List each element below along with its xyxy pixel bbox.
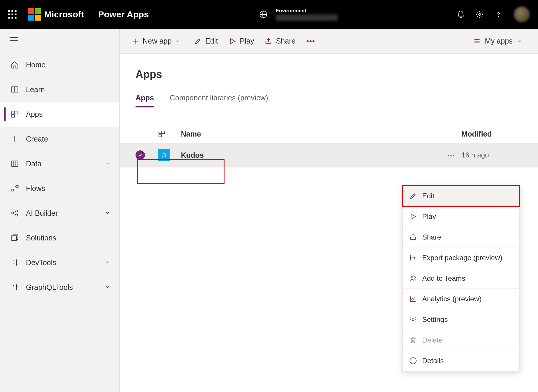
- sidebar-item-solutions[interactable]: Solutions: [0, 225, 119, 250]
- row-more-button[interactable]: [441, 152, 461, 158]
- content-area: Apps Apps Component libraries (preview) …: [120, 54, 538, 392]
- sidebar-item-label: Data: [26, 160, 42, 168]
- ctx-play[interactable]: Play: [403, 206, 519, 227]
- sidebar-item-label: Home: [26, 61, 46, 69]
- chevron-down-icon: [105, 209, 110, 217]
- column-type-icon[interactable]: [158, 130, 181, 138]
- ai-icon: [10, 208, 19, 218]
- ctx-analytics[interactable]: Analytics (preview): [403, 289, 519, 309]
- svg-rect-7: [11, 189, 13, 191]
- svg-point-19: [448, 155, 449, 156]
- svg-point-9: [12, 212, 14, 214]
- sidebar-item-label: Learn: [26, 85, 45, 94]
- ctx-settings[interactable]: Settings: [403, 309, 519, 330]
- environment-label: Environment: [276, 8, 338, 14]
- waffle-icon[interactable]: [8, 10, 16, 19]
- help-icon[interactable]: [489, 5, 508, 24]
- sidebar-item-learn[interactable]: Learn: [0, 77, 119, 102]
- context-menu: Edit Play Share Export package (preview)…: [402, 185, 520, 371]
- tab-apps[interactable]: Apps: [136, 94, 154, 107]
- sidebar-item-label: GraphQLTools: [26, 283, 73, 292]
- view-switcher[interactable]: My apps: [473, 37, 526, 45]
- svg-rect-4: [15, 111, 18, 114]
- tab-strip: Apps Component libraries (preview): [136, 94, 538, 107]
- ctx-edit[interactable]: Edit: [403, 186, 519, 206]
- share-label: Share: [276, 37, 296, 45]
- svg-rect-8: [16, 186, 18, 188]
- bell-icon[interactable]: [451, 5, 470, 24]
- sidebar-item-label: Solutions: [26, 234, 56, 242]
- global-header: Microsoft Power Apps Environment: [0, 0, 538, 29]
- svg-point-24: [412, 318, 414, 320]
- row-app-name: Kudos: [181, 151, 204, 159]
- avatar[interactable]: [514, 6, 530, 22]
- sidebar-item-graphqltools[interactable]: GraphQLTools: [0, 275, 119, 300]
- apps-icon: [10, 109, 19, 119]
- environment-name-redacted: [276, 14, 338, 21]
- play-button[interactable]: Play: [229, 37, 254, 45]
- svg-rect-6: [12, 161, 18, 167]
- sidebar-item-label: Create: [26, 135, 48, 143]
- page-title: Apps: [136, 68, 538, 81]
- more-commands-button[interactable]: [306, 40, 318, 43]
- command-bar: New app Edit Play Share My apps: [120, 29, 538, 54]
- row-modified: 16 h ago: [461, 151, 538, 159]
- hamburger-icon[interactable]: [10, 35, 18, 41]
- home-icon: [10, 60, 19, 69]
- ctx-details-label: Details: [422, 357, 444, 365]
- share-button[interactable]: Share: [265, 37, 296, 45]
- view-label: My apps: [485, 37, 513, 45]
- sidebar-item-devtools[interactable]: DevTools: [0, 250, 119, 275]
- svg-point-20: [450, 155, 452, 156]
- environment-picker[interactable]: Environment: [276, 8, 338, 21]
- flow-icon: [10, 184, 19, 193]
- edit-label: Edit: [205, 37, 218, 45]
- column-modified[interactable]: Modified: [461, 130, 538, 138]
- sidebar-item-create[interactable]: Create: [0, 127, 119, 151]
- sidebar-item-apps[interactable]: Apps: [0, 102, 119, 127]
- sidebar-item-label: DevTools: [26, 258, 56, 267]
- new-app-label: New app: [143, 37, 172, 45]
- ctx-add-to-teams[interactable]: Add to Teams: [403, 268, 519, 289]
- play-label: Play: [240, 37, 254, 45]
- sidebar-item-aibuilder[interactable]: AI Builder: [0, 201, 119, 225]
- svg-point-23: [414, 277, 415, 278]
- column-name[interactable]: Name: [181, 130, 432, 138]
- ctx-analytics-label: Analytics (preview): [422, 295, 481, 303]
- svg-rect-3: [12, 111, 14, 114]
- microsoft-wordmark: Microsoft: [44, 9, 84, 19]
- ctx-export[interactable]: Export package (preview): [403, 248, 519, 268]
- svg-rect-16: [159, 131, 161, 134]
- solutions-icon: [10, 233, 19, 242]
- ctx-teams-label: Add to Teams: [422, 274, 465, 283]
- gear-icon[interactable]: [470, 5, 489, 24]
- ctx-details[interactable]: Details: [403, 351, 519, 371]
- svg-rect-18: [159, 134, 161, 137]
- sidebar-item-label: AI Builder: [26, 209, 58, 217]
- new-app-button[interactable]: New app: [131, 37, 184, 45]
- edit-button[interactable]: Edit: [194, 37, 218, 45]
- tab-component-libraries[interactable]: Component libraries (preview): [170, 94, 268, 107]
- svg-point-15: [313, 40, 314, 42]
- svg-rect-17: [162, 131, 165, 134]
- svg-rect-12: [12, 236, 16, 240]
- sidebar-item-data[interactable]: Data: [0, 151, 119, 176]
- ctx-delete: Delete: [403, 330, 519, 351]
- microsoft-logo[interactable]: Microsoft: [28, 8, 84, 21]
- tools-icon: [10, 283, 19, 292]
- row-selected-icon[interactable]: [136, 150, 145, 160]
- ctx-share[interactable]: Share: [403, 227, 519, 248]
- sidebar-item-home[interactable]: Home: [0, 52, 119, 77]
- ctx-export-label: Export package (preview): [422, 254, 502, 262]
- microsoft-logo-icon: [28, 8, 41, 21]
- chevron-down-icon: [105, 160, 110, 168]
- svg-point-21: [453, 155, 454, 156]
- globe-icon[interactable]: [254, 5, 273, 24]
- table-row[interactable]: Kudos 16 h ago: [120, 143, 538, 167]
- table-icon: [10, 159, 19, 168]
- ctx-delete-label: Delete: [422, 336, 443, 344]
- sidebar-item-flows[interactable]: Flows: [0, 176, 119, 201]
- ctx-edit-label: Edit: [422, 192, 434, 200]
- app-icon: [158, 149, 170, 161]
- book-icon: [10, 85, 19, 94]
